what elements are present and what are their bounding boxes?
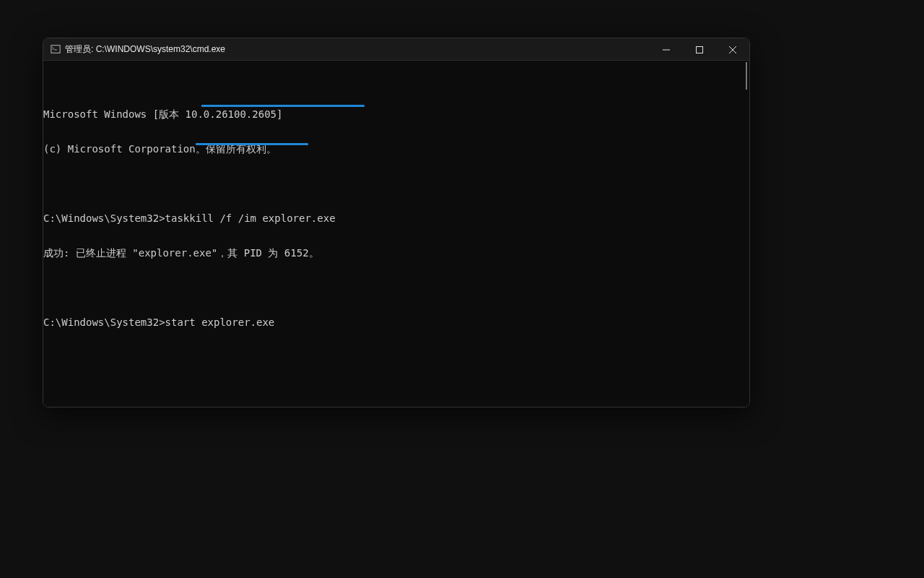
- terminal-command: taskkill /f /im explorer.exe: [165, 212, 336, 224]
- close-button[interactable]: [716, 38, 749, 61]
- highlight-underline: [196, 143, 308, 145]
- cmd-icon: [51, 44, 61, 54]
- terminal-output[interactable]: Microsoft Windows [版本 10.0.26100.2605] (…: [43, 61, 749, 407]
- highlight-underline: [201, 105, 365, 107]
- terminal-text: Microsoft Windows [版本 10.0.26100.2605]: [43, 108, 282, 120]
- terminal-prompt: C:\Windows\System32>: [43, 212, 165, 224]
- maximize-button[interactable]: [683, 38, 716, 61]
- window-controls: [650, 38, 749, 61]
- scrollbar-thumb[interactable]: [746, 62, 747, 90]
- window-title: 管理员: C:\WINDOWS\system32\cmd.exe: [65, 43, 225, 56]
- svg-rect-3: [697, 46, 703, 53]
- cmd-window: 管理员: C:\WINDOWS\system32\cmd.exe Microso…: [43, 38, 750, 407]
- minimize-button[interactable]: [650, 38, 683, 61]
- terminal-command: start explorer.exe: [165, 316, 275, 328]
- titlebar[interactable]: 管理员: C:\WINDOWS\system32\cmd.exe: [43, 38, 749, 61]
- terminal-prompt: C:\Windows\System32>: [43, 316, 165, 328]
- svg-rect-0: [51, 46, 60, 53]
- terminal-text: 成功: 已终止进程 "explorer.exe"，其 PID 为 6152。: [43, 247, 319, 259]
